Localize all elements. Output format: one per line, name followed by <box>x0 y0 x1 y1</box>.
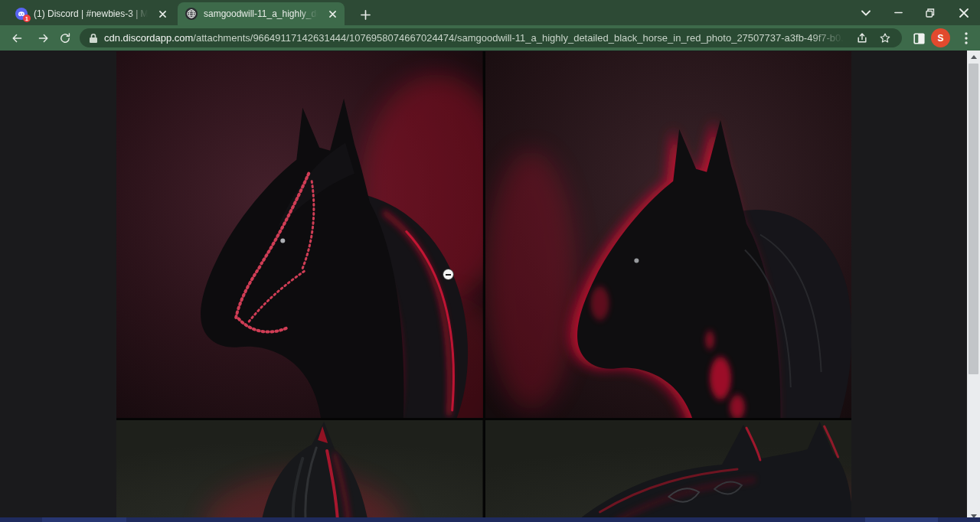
tab-discord[interactable]: 1 (1) Discord | #newbies-3 | Midjou <box>8 2 175 25</box>
close-icon <box>959 8 969 18</box>
horse-image-bottom-left <box>116 420 483 522</box>
url-text: cdn.discordapp.com/attachments/966491171… <box>104 32 848 44</box>
globe-favicon-icon <box>185 8 198 20</box>
discord-favicon-icon: 1 <box>15 8 28 20</box>
tab-title: samgoodwill-11_a_highly_detaile <box>204 8 320 19</box>
reload-icon <box>59 32 71 44</box>
forward-button[interactable] <box>34 28 54 48</box>
lock-icon <box>89 33 98 44</box>
taskbar-strip <box>0 517 980 522</box>
taskbar-segment <box>42 517 126 522</box>
bookmark-button[interactable] <box>876 29 894 47</box>
reload-button[interactable] <box>55 28 75 48</box>
chevron-down-icon <box>861 10 871 16</box>
back-button[interactable] <box>7 28 27 48</box>
zoom-out-cursor-icon <box>443 269 454 280</box>
side-panel-icon <box>913 32 926 45</box>
browser-menu-button[interactable] <box>957 29 975 47</box>
notification-badge: 1 <box>23 15 31 22</box>
profile-avatar[interactable]: S <box>931 28 950 47</box>
restore-button[interactable] <box>914 0 946 25</box>
forward-arrow-icon <box>38 32 50 44</box>
tab-title: (1) Discord | #newbies-3 | Midjou <box>34 8 150 19</box>
tab-search-button[interactable] <box>850 0 882 25</box>
close-window-button[interactable] <box>948 0 980 25</box>
side-panel-button[interactable] <box>910 29 928 47</box>
horse-image-top-right <box>485 51 852 418</box>
address-bar[interactable]: cdn.discordapp.com/attachments/966491171… <box>80 28 902 47</box>
browser-toolbar: cdn.discordapp.com/attachments/966491171… <box>0 25 980 51</box>
plus-icon <box>361 10 371 20</box>
tab-image-active[interactable]: samgoodwill-11_a_highly_detaile <box>178 2 345 25</box>
url-domain: cdn.discordapp.com <box>104 32 193 44</box>
kebab-menu-icon <box>965 32 968 44</box>
star-icon <box>879 32 891 44</box>
horse-image-grid[interactable] <box>116 51 851 522</box>
tab-close-icon[interactable] <box>326 8 338 20</box>
taskbar-segment <box>865 517 938 522</box>
share-button[interactable] <box>853 29 871 47</box>
triangle-up-icon <box>971 55 977 59</box>
tab-close-icon[interactable] <box>156 8 168 20</box>
back-arrow-icon <box>11 32 23 44</box>
restore-icon <box>926 8 935 18</box>
horse-image-bottom-right <box>485 420 852 522</box>
vertical-scrollbar[interactable] <box>967 51 980 522</box>
share-icon <box>856 32 868 44</box>
horse-image-top-left <box>116 51 483 418</box>
page-content <box>0 51 980 522</box>
minimize-button[interactable] <box>882 0 914 25</box>
tab-strip: 1 (1) Discord | #newbies-3 | Midjou samg… <box>0 0 980 25</box>
minimize-icon <box>894 8 903 17</box>
url-path: /attachments/96649117142631444/107695807… <box>193 32 848 44</box>
scroll-up-button[interactable] <box>967 51 980 63</box>
new-tab-button[interactable] <box>355 5 375 24</box>
scrollbar-thumb[interactable] <box>969 64 978 374</box>
